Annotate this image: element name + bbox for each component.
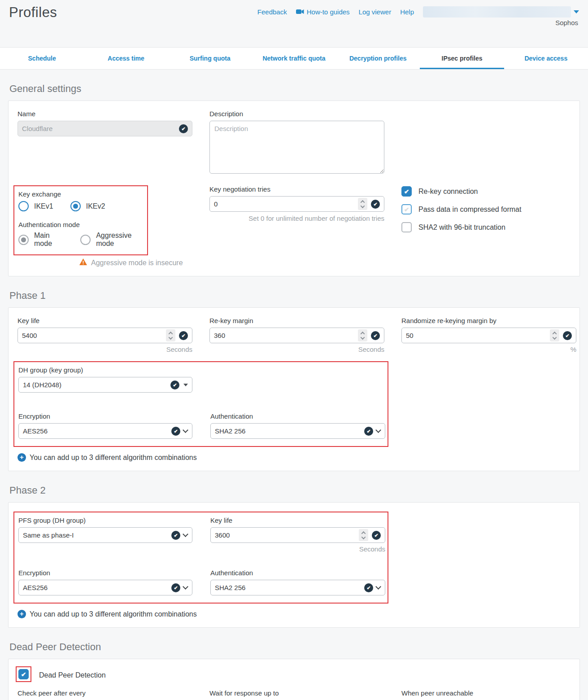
p2-key-life-field-wrap: ✔ — [210, 527, 385, 543]
p1-randomize-input[interactable] — [406, 332, 550, 339]
p2-encryption-label: Encryption — [18, 569, 192, 577]
name-input[interactable] — [22, 125, 179, 132]
p1-key-life-unit: Seconds — [17, 346, 192, 353]
valid-check-icon: ✔ — [371, 200, 380, 209]
name-field-wrap: ✔ — [17, 121, 192, 136]
p1-key-life-label: Key life — [17, 317, 192, 324]
p2-key-life-unit: Seconds — [210, 545, 385, 553]
general-settings-heading: General settings — [9, 83, 588, 95]
tab-schedule[interactable]: Schedule — [0, 48, 84, 69]
key-negotiation-field-wrap: ✔ — [209, 196, 384, 212]
tab-ipsec-profiles[interactable]: IPsec profiles — [420, 48, 504, 69]
p1-randomize-label: Randomize re-keying margin by — [401, 317, 576, 324]
valid-check-icon: ✔ — [371, 331, 380, 340]
feedback-link[interactable]: Feedback — [257, 8, 287, 16]
number-stepper[interactable] — [359, 529, 368, 541]
phase1-heading: Phase 1 — [9, 290, 588, 302]
ikev2-radio[interactable] — [70, 201, 81, 211]
p1-authentication-select[interactable]: SHA2 256 ✔ — [210, 423, 385, 439]
brand-label: Sophos — [555, 19, 578, 26]
chevron-down-icon — [183, 584, 188, 590]
plus-circle-icon: + — [17, 610, 26, 618]
description-input[interactable] — [209, 121, 384, 174]
p2-authentication-select[interactable]: SHA2 256 ✔ — [210, 580, 385, 595]
video-camera-icon — [296, 8, 304, 16]
main-mode-radio[interactable] — [18, 235, 29, 245]
name-label: Name — [17, 110, 192, 118]
p2-authentication-label: Authentication — [210, 569, 385, 577]
number-stepper[interactable] — [550, 329, 559, 341]
chevron-down-icon — [183, 427, 188, 433]
chevron-down-icon — [375, 584, 381, 590]
p1-rekey-margin-label: Re-key margin — [209, 317, 384, 324]
dpd-unreachable-label: When peer unreachable — [401, 689, 576, 697]
p1-key-life-input[interactable] — [22, 332, 166, 339]
p1-dh-group-label: DH group (key group) — [18, 366, 192, 374]
number-stepper[interactable] — [358, 198, 367, 210]
p2-encryption-select[interactable]: AES256 ✔ — [18, 580, 192, 595]
caret-down-icon — [574, 10, 579, 13]
account-menu[interactable] — [423, 6, 579, 18]
p2-key-life-label: Key life — [210, 516, 385, 524]
page-header: Profiles Feedback How-to guides Log view… — [0, 0, 588, 47]
p2-key-life-input[interactable] — [215, 531, 359, 539]
warning-triangle-icon — [79, 258, 87, 267]
p1-authentication-label: Authentication — [210, 412, 385, 420]
compressed-format-checkbox[interactable]: ✔ — [401, 204, 412, 214]
phase1-panel: Key life ✔ Seconds Re-key margin ✔ Secon… — [8, 307, 580, 471]
p1-rekey-margin-field-wrap: ✔ — [209, 328, 384, 343]
annotation-box-dpd-checkbox: ✔ — [16, 666, 31, 682]
general-settings-panel: Name ✔ Description Key exchange IKEv1 IK… — [8, 101, 580, 276]
rekey-connection-checkbox[interactable]: ✔ — [401, 186, 412, 197]
ikev1-label: IKEv1 — [34, 202, 53, 210]
phase2-heading: Phase 2 — [9, 485, 588, 496]
tab-decryption-profiles[interactable]: Decryption profiles — [336, 48, 420, 69]
valid-check-icon: ✔ — [171, 427, 180, 436]
tab-surfing-quota[interactable]: Surfing quota — [168, 48, 252, 69]
p1-encryption-select[interactable]: AES256 ✔ — [18, 423, 192, 439]
profiles-tabbar: Schedule Access time Surfing quota Netwo… — [0, 47, 588, 70]
key-exchange-label: Key exchange — [18, 190, 142, 198]
dpd-panel: ✔ Dead Peer Detection Check peer after e… — [8, 659, 580, 700]
tab-device-access[interactable]: Device access — [504, 48, 588, 69]
dpd-checkbox[interactable]: ✔ — [18, 669, 29, 679]
valid-check-icon: ✔ — [563, 331, 572, 340]
ikev1-radio[interactable] — [18, 201, 29, 211]
p1-rekey-margin-input[interactable] — [214, 332, 358, 339]
description-label: Description — [209, 110, 384, 118]
tab-access-time[interactable]: Access time — [84, 48, 168, 69]
main-mode-label: Main mode — [34, 232, 63, 248]
p2-pfs-group-select[interactable]: Same as phase-I ✔ — [18, 527, 192, 543]
dpd-checkbox-label: Dead Peer Detection — [39, 671, 106, 679]
phase2-panel: PFS group (DH group) Same as phase-I ✔ K… — [8, 502, 580, 628]
log-viewer-link[interactable]: Log viewer — [359, 8, 392, 16]
aggressive-mode-radio[interactable] — [80, 235, 91, 245]
number-stepper[interactable] — [166, 329, 175, 341]
valid-check-icon: ✔ — [170, 381, 179, 389]
tab-network-traffic-quota[interactable]: Network traffic quota — [252, 48, 336, 69]
p1-key-life-field-wrap: ✔ — [17, 328, 192, 343]
key-negotiation-input[interactable] — [214, 200, 358, 208]
ikev2-label: IKEv2 — [86, 202, 105, 210]
p1-rekey-margin-unit: Seconds — [209, 346, 384, 353]
auth-mode-label: Authentication mode — [18, 221, 142, 228]
valid-check-icon: ✔ — [179, 331, 188, 340]
howto-guides-link[interactable]: How-to guides — [296, 8, 350, 16]
p1-add-combination[interactable]: + You can add up to 3 different algorith… — [17, 453, 571, 462]
annotation-box-phase2-algorithms: PFS group (DH group) Same as phase-I ✔ K… — [13, 512, 388, 604]
aggressive-mode-label: Aggressive mode — [96, 232, 142, 248]
number-stepper[interactable] — [358, 329, 367, 341]
valid-check-icon: ✔ — [364, 427, 373, 436]
valid-check-icon: ✔ — [364, 583, 373, 592]
plus-circle-icon: + — [17, 453, 26, 462]
annotation-box-phase1-algorithms: DH group (key group) 14 (DH2048) ✔ Encry… — [13, 361, 388, 447]
chevron-down-icon — [183, 531, 188, 537]
p2-add-combination[interactable]: + You can add up to 3 different algorith… — [17, 610, 571, 618]
sha2-truncation-checkbox[interactable]: ✔ — [401, 222, 412, 232]
valid-check-icon: ✔ — [171, 583, 180, 592]
help-link[interactable]: Help — [400, 8, 414, 16]
aggressive-mode-warning: Aggressive mode is insecure — [79, 258, 192, 267]
p1-randomize-unit: % — [401, 346, 576, 353]
dpd-check-peer-label: Check peer after every — [17, 689, 192, 697]
p1-dh-group-select[interactable]: 14 (DH2048) ✔ — [18, 377, 192, 393]
